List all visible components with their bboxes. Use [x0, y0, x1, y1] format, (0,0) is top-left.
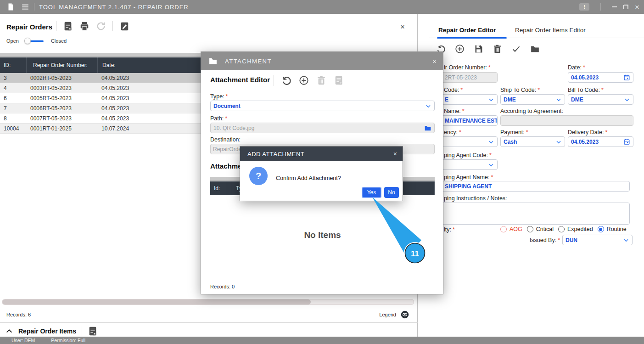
close-window-button[interactable]: ×	[635, 3, 639, 11]
minimize-button[interactable]	[612, 6, 617, 7]
toggle-knob[interactable]	[24, 38, 31, 44]
attachments-records-count: Records: 0	[210, 284, 235, 289]
legend-eye-icon[interactable]	[401, 310, 409, 319]
destination-label: Destination:	[210, 136, 241, 143]
currency-label: ency:*	[444, 129, 461, 135]
date-field[interactable]: 04.05.2023	[568, 72, 633, 83]
calendar-icon[interactable]	[623, 74, 630, 81]
open-closed-toggle-row: Open Closed	[6, 38, 67, 44]
order-number-label: ir Order Number:*	[444, 64, 491, 71]
repair-order-items-section: Repair Order Items	[6, 326, 98, 336]
export-excel-icon[interactable]	[334, 75, 344, 85]
cell-number: 0002RT-05-2023	[27, 75, 98, 81]
horizontal-scrollbar[interactable]	[2, 299, 414, 305]
attachment-editor-title: Attachment Editor	[210, 76, 270, 84]
delete-icon[interactable]	[493, 44, 502, 54]
agreement-label: According to Agreement:	[500, 108, 563, 114]
radio-aog[interactable]: AOG	[500, 226, 522, 232]
shipping-agent-code-select[interactable]	[440, 159, 498, 170]
ship-to-code-select[interactable]: DME	[500, 94, 565, 105]
bill-to-code-label: Bill To Code:*	[568, 87, 604, 93]
name-field[interactable]: MAINTENANCE ESTONI	[440, 115, 498, 126]
close-panel-button[interactable]: ×	[400, 23, 405, 31]
cell-id: 8	[0, 115, 27, 122]
currency-select[interactable]	[440, 136, 498, 147]
cell-id: 7	[0, 105, 27, 112]
shipping-instructions-textarea[interactable]	[440, 203, 630, 225]
items-section-title[interactable]: Repair Order Items	[18, 327, 76, 335]
undo-icon[interactable]	[281, 75, 291, 85]
close-attachment-dialog[interactable]: ×	[432, 57, 437, 65]
date-label: Date:*	[568, 64, 585, 71]
chevron-down-icon	[488, 162, 494, 168]
yes-button[interactable]: Yes	[362, 187, 381, 198]
export-excel-icon[interactable]	[88, 326, 98, 336]
close-confirm-dialog[interactable]: ×	[393, 150, 397, 158]
col-header-id[interactable]: ID:	[0, 57, 27, 73]
refresh-icon[interactable]	[96, 21, 106, 31]
toolbar-separator	[56, 21, 56, 31]
bill-to-code-select[interactable]: DME	[568, 94, 633, 105]
items-separator	[82, 326, 82, 336]
col-header-number[interactable]: Repair Order Number:	[27, 57, 98, 73]
add-attachment-icon[interactable]	[299, 75, 309, 85]
tab-repair-order-items-editor[interactable]: Repair Order Items Editor	[515, 27, 586, 34]
question-icon: ?	[249, 167, 268, 185]
confirm-dialog-title: ADD ATTACHMENT	[247, 151, 304, 158]
restore-button[interactable]	[623, 5, 628, 9]
toggle-closed-label: Closed	[51, 38, 67, 44]
export-excel-icon[interactable]	[63, 21, 73, 31]
confirm-dialog-header: ADD ATTACHMENT ×	[240, 147, 403, 161]
toggle-open-label: Open	[6, 38, 19, 44]
add-icon[interactable]	[455, 44, 465, 54]
chevron-down-icon	[425, 103, 431, 109]
code-label: Code:*	[444, 87, 463, 93]
no-button[interactable]: No	[384, 187, 399, 198]
type-label: Type:*	[210, 93, 228, 100]
feedback-icon[interactable]: !	[579, 3, 589, 11]
cell-number: 0005RT-05-2023	[27, 95, 98, 102]
attachments-folder-icon[interactable]	[530, 44, 540, 54]
hamburger-menu-icon[interactable]	[21, 3, 29, 11]
app-title: TOOL MANAGEMENT 2.1.407 - REPAIR ORDER	[39, 4, 189, 11]
shipping-agent-name-field[interactable]: SHIPPING AGENT	[440, 181, 630, 192]
chevron-down-icon	[488, 96, 494, 103]
edit-icon[interactable]	[119, 21, 129, 31]
calendar-icon[interactable]	[623, 138, 630, 145]
cell-number: 0006RT-05-2023	[27, 105, 98, 112]
type-select[interactable]: Document	[210, 101, 435, 111]
browse-folder-icon[interactable]	[424, 124, 431, 132]
save-icon[interactable]	[474, 44, 483, 54]
delete-attachment-icon[interactable]	[316, 75, 326, 85]
section-divider	[0, 322, 418, 323]
shipping-instructions-label: ping Instructions / Notes:	[444, 195, 507, 202]
radio-expedited[interactable]: Expedited	[558, 226, 593, 232]
code-select[interactable]: E	[440, 94, 498, 105]
legend-control[interactable]: Legend	[379, 310, 409, 319]
payment-select[interactable]: Cash	[500, 136, 565, 147]
print-icon[interactable]	[79, 21, 90, 31]
add-attachment-confirm-dialog: ADD ATTACHMENT × ? Confirm Add Attachmen…	[240, 146, 403, 201]
chevron-down-icon	[624, 96, 630, 103]
radio-circle[interactable]	[598, 226, 604, 232]
tab-repair-order-editor[interactable]: Repair Order Editor	[438, 27, 496, 34]
records-count: Records: 6	[6, 312, 31, 317]
confirm-message: Confirm Add Attachment?	[276, 175, 341, 181]
status-permission: Permission: Full	[51, 338, 85, 343]
radio-critical[interactable]: Critical	[527, 226, 554, 232]
scrollbar-thumb[interactable]	[2, 299, 311, 305]
delivery-date-label: Delivery Date:*	[568, 129, 607, 135]
col-header-id[interactable]: Id:	[210, 181, 232, 195]
radio-circle[interactable]	[558, 226, 565, 232]
status-user: User: DEM	[11, 338, 35, 343]
open-closed-toggle[interactable]	[24, 38, 45, 44]
delivery-date-field[interactable]: 04.05.2023	[568, 136, 633, 147]
radio-circle[interactable]	[527, 226, 533, 232]
collapse-icon[interactable]	[6, 327, 13, 335]
cell-id: 3	[0, 75, 27, 81]
radio-circle[interactable]	[500, 226, 507, 232]
confirm-check-icon[interactable]	[511, 44, 521, 54]
radio-routine-selected[interactable]: Routine	[598, 226, 627, 232]
issued-by-select[interactable]: DUN	[562, 235, 633, 245]
chevron-down-icon	[488, 139, 494, 145]
